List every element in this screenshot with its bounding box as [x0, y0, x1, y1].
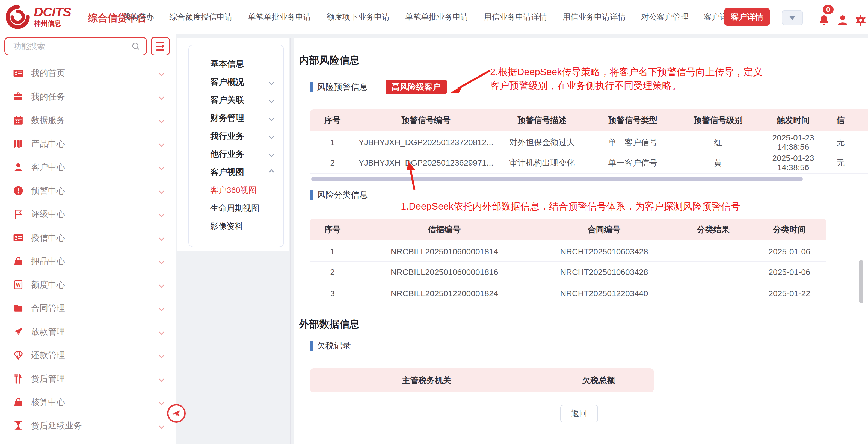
- column-header: 分类时间: [752, 218, 827, 240]
- sidebar-item-label: 合同管理: [31, 302, 159, 314]
- submenu-item-label: 生命周期视图: [210, 203, 274, 214]
- table-cell: 审计机构出现变化: [497, 152, 587, 174]
- table-cell: NRCBILL2025012200001824: [355, 283, 534, 304]
- sidebar-item[interactable]: 产品中心: [0, 132, 176, 155]
- submenu-item[interactable]: 我行业务: [189, 127, 283, 145]
- nav-tab[interactable]: 用信业务申请详情: [562, 12, 626, 23]
- chevron-down-icon: [789, 16, 796, 20]
- table-cell: YJBHYJXH_DGP20250123629971...: [355, 152, 497, 174]
- nav-tab[interactable]: 我的待办: [122, 12, 154, 23]
- sidebar-item[interactable]: 贷后延续业务: [0, 414, 176, 438]
- submenu-item[interactable]: 客户视图: [189, 163, 283, 181]
- submenu-item-label: 客户概况: [210, 76, 270, 88]
- table-cell: 2025-01-06: [752, 240, 827, 262]
- nav-tab[interactable]: 单笔单批业务申请: [405, 12, 469, 23]
- sidebar-item[interactable]: 评级中心: [0, 203, 176, 226]
- submenu-item-label: 客户视图: [210, 167, 270, 178]
- nav-tab[interactable]: 用信业务申请详情: [484, 12, 547, 23]
- sidebar-item[interactable]: 合同管理: [0, 296, 176, 320]
- table-cell: NRCBILL2025010600001816: [355, 262, 534, 283]
- table-cell: [674, 240, 752, 262]
- sidebar-item[interactable]: 我的任务: [0, 85, 176, 109]
- settings-button[interactable]: [854, 14, 867, 27]
- risk-warning-table-wrap: 序号预警信号编号预警信号描述预警信号类型预警信号级别触发时间信1YJBHYJXH…: [310, 109, 868, 177]
- search-icon: [131, 41, 141, 51]
- panel-divider: [290, 38, 290, 444]
- table-row: 2NRCBILL2025010600001816NRCHT20250106034…: [310, 262, 827, 283]
- sidebar-item[interactable]: 核算中心: [0, 390, 176, 414]
- nav-tab[interactable]: 对公客户管理: [641, 12, 689, 23]
- submenu-item[interactable]: 基本信息: [189, 55, 283, 73]
- sidebar-item[interactable]: 押品中心: [0, 249, 176, 273]
- sidebar-item-label: 产品中心: [31, 138, 159, 149]
- submenu-item-label: 财务管理: [210, 112, 270, 124]
- top-nav: 我的待办综合额度授信申请单笔单批业务申请额度项下业务申请单笔单批业务申请用信业务…: [122, 0, 736, 34]
- map-icon: [13, 139, 24, 149]
- notifications-button[interactable]: [817, 14, 831, 27]
- annotation-note-1: 1.DeepSeek依托内外部数据信息，结合预警信号体系，为客户探测风险预警信号: [401, 200, 740, 213]
- submenu-item[interactable]: 影像资料: [189, 217, 283, 235]
- active-tab-customer-detail[interactable]: 客户详情: [724, 8, 770, 26]
- section-label: 风险分类信息: [317, 189, 368, 201]
- calendar-icon: [13, 115, 24, 125]
- submenu-item[interactable]: 客户关联: [189, 91, 283, 109]
- sidebar-item[interactable]: 放款管理: [0, 320, 176, 344]
- risk-warning-table: 序号预警信号编号预警信号描述预警信号类型预警信号级别触发时间信1YJBHYJXH…: [310, 109, 868, 174]
- sidebar-item[interactable]: 客户中心: [0, 155, 176, 179]
- user-icon: [836, 14, 849, 27]
- nav-tab[interactable]: 单笔单批业务申请: [248, 12, 311, 23]
- chevron-down-icon: [159, 376, 164, 381]
- back-button[interactable]: 返回: [560, 405, 598, 422]
- chevron-down-icon: [159, 188, 164, 194]
- sidebar-toggle-button[interactable]: [167, 404, 186, 423]
- table-cell: 单一客户信号: [587, 152, 679, 174]
- submenu-item[interactable]: 财务管理: [189, 109, 283, 127]
- column-header: 触发时间: [758, 109, 829, 131]
- sidebar-item[interactable]: 贷后管理: [0, 367, 176, 390]
- sidebar-item[interactable]: 我的首页: [0, 61, 176, 85]
- submenu-item-label: 客户关联: [210, 94, 270, 106]
- chevron-down-icon: [159, 211, 164, 217]
- search-input[interactable]: [5, 42, 131, 51]
- external-data-title: 外部数据信息: [299, 318, 360, 331]
- table-cell: YJBHYJXH_DGP20250123720812...: [355, 131, 497, 152]
- menu-collapse-button[interactable]: [151, 37, 170, 56]
- submenu-item[interactable]: 客户360视图: [189, 181, 283, 199]
- sidebar-item[interactable]: 还款管理: [0, 344, 176, 367]
- chevron-down-icon: [159, 164, 164, 170]
- sidebar-item-label: 客户中心: [31, 161, 159, 173]
- annotation-arrow-1: [401, 159, 426, 192]
- tax-arrears-table: 主管税务机关欠税总额: [310, 368, 654, 392]
- user-profile-button[interactable]: [836, 14, 849, 27]
- risk-classification-section-header: 风险分类信息: [310, 189, 368, 201]
- table-row: 3NRCBILL2025012200001824NRCHT20250122034…: [310, 283, 827, 304]
- submenu-item[interactable]: 生命周期视图: [189, 199, 283, 217]
- horizontal-scrollbar[interactable]: [311, 177, 803, 181]
- table-cell: 2025-01-22: [752, 283, 827, 304]
- chevron-down-icon: [159, 117, 164, 123]
- brand-block: DCITS 神州信息: [34, 5, 71, 27]
- brand-name: DCITS: [34, 5, 71, 19]
- sidebar-menu: 我的首页我的任务数据服务产品中心客户中心预警中心评级中心授信中心押品中心W额度中…: [0, 61, 176, 438]
- annotation-note-2: 2.根据DeepSeek传导策略，将客户名下预警信号向上传导，定义 客户预警级别…: [490, 65, 763, 92]
- sidebar-item-label: 我的首页: [31, 67, 159, 79]
- column-header: 预警信号级别: [679, 109, 758, 131]
- nav-tab[interactable]: 综合额度授信申请: [169, 12, 232, 23]
- submenu-item[interactable]: 客户概况: [189, 73, 283, 91]
- chevron-down-icon: [159, 329, 164, 334]
- bell-icon: [817, 14, 831, 27]
- sidebar-item[interactable]: 预警中心: [0, 179, 176, 203]
- alert-icon: [13, 185, 24, 196]
- paper-plane-left-icon: [172, 409, 181, 418]
- submenu-item[interactable]: 他行业务: [189, 145, 283, 163]
- table-cell: 红: [679, 131, 758, 152]
- svg-text:W: W: [16, 282, 21, 288]
- tax-arrears-table-wrap: 主管税务机关欠税总额: [310, 368, 654, 396]
- tabs-dropdown-button[interactable]: [782, 10, 803, 25]
- chevron-down-icon: [159, 70, 164, 76]
- sidebar-item[interactable]: W额度中心: [0, 273, 176, 296]
- vertical-scrollbar[interactable]: [859, 260, 863, 303]
- nav-tab[interactable]: 额度项下业务申请: [327, 12, 390, 23]
- sidebar-item[interactable]: 授信中心: [0, 226, 176, 249]
- sidebar-item[interactable]: 数据服务: [0, 109, 176, 132]
